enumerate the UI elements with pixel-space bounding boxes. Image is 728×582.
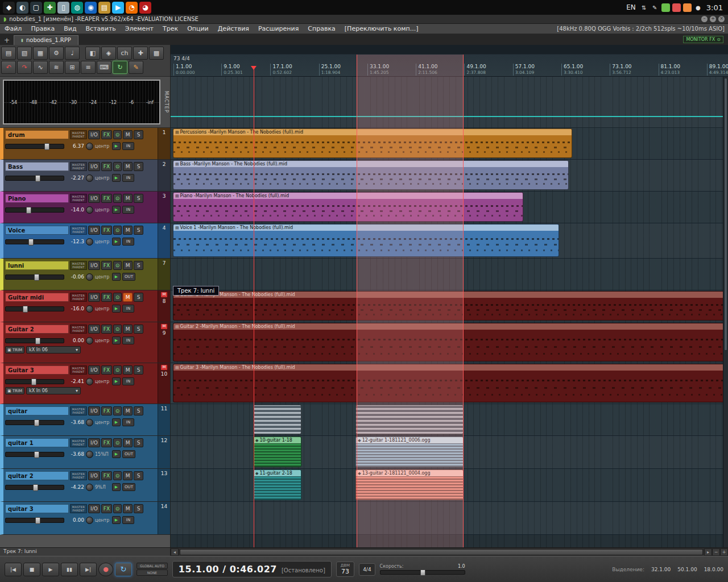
- record-arm-button[interactable]: ▶: [112, 273, 121, 281]
- fx-enable-button[interactable]: ⊙: [113, 162, 122, 171]
- record-arm-button[interactable]: ▶: [112, 305, 121, 313]
- track-name[interactable]: quitar 2: [5, 471, 69, 480]
- time-selection[interactable]: [357, 55, 464, 547]
- fx-enable-button[interactable]: ⊙: [113, 504, 122, 513]
- record-arm-button[interactable]: ▶: [112, 174, 121, 182]
- mute-button[interactable]: M: [123, 162, 133, 171]
- transport-position[interactable]: 15.1.00 / 0:46.027 [Остановлено]: [172, 561, 332, 577]
- virtual-midi-keyboard-button[interactable]: ⌨: [97, 61, 111, 74]
- global-automation-button[interactable]: GLOBAL AUTO NONE: [136, 563, 168, 576]
- horizontal-scrollbar[interactable]: ◂ ▸ − +: [171, 548, 728, 556]
- mute-button[interactable]: M: [123, 365, 133, 375]
- grid-settings-button[interactable]: ⊞: [65, 61, 80, 74]
- fx-button[interactable]: FX: [101, 293, 112, 302]
- menu-item[interactable]: Справка: [303, 24, 340, 33]
- tv-app-icon[interactable]: ▢: [30, 2, 42, 14]
- menu-item[interactable]: Опции: [183, 24, 213, 33]
- solo-button[interactable]: S: [134, 438, 143, 447]
- volume-fader-handle[interactable]: [31, 379, 36, 385]
- project-tab[interactable]: ▮ nobodies_1.RPP: [14, 35, 78, 45]
- volume-fader-handle[interactable]: [23, 306, 28, 313]
- go-to-end-button[interactable]: ▶|: [80, 563, 97, 576]
- crossfade-toggle-button[interactable]: ✚: [133, 47, 148, 60]
- volume-fader[interactable]: [5, 485, 64, 490]
- trim-envelope-button[interactable]: ▣ TRIM: [5, 387, 24, 394]
- master-parent-send-button[interactable]: MASTERPARENT: [70, 504, 87, 513]
- solo-button[interactable]: S: [134, 325, 143, 334]
- database-app-icon[interactable]: ◍: [71, 2, 83, 14]
- monitor-button[interactable]: OUT: [122, 483, 135, 491]
- master-parent-send-button[interactable]: MASTERPARENT: [70, 162, 87, 171]
- mute-button[interactable]: M: [123, 438, 133, 447]
- mute-button[interactable]: M: [123, 406, 133, 415]
- track-number[interactable]: 8: [163, 298, 166, 304]
- monitor-button[interactable]: IN: [122, 305, 134, 313]
- track-name[interactable]: quitar: [5, 406, 69, 415]
- monitor-button[interactable]: IN: [122, 206, 134, 214]
- track-name[interactable]: Guitar 3: [5, 365, 69, 375]
- media-item[interactable]: ◆11-guitar 2-18: [253, 469, 301, 500]
- solo-button[interactable]: S: [134, 194, 143, 203]
- selection-start[interactable]: 32.1.00: [651, 567, 671, 572]
- fx-button[interactable]: FX: [101, 162, 112, 171]
- io-button[interactable]: I/O: [88, 325, 100, 334]
- menu-item[interactable]: [Переключить комп...]: [340, 24, 423, 33]
- track-name[interactable]: quitar 3: [5, 504, 69, 513]
- arrange-view[interactable]: 73 4/4 1.1.000:00.0009.1.000:25.30117.1.…: [171, 45, 728, 547]
- volume-fader[interactable]: [5, 176, 64, 181]
- fx-button[interactable]: FX: [101, 226, 112, 235]
- mute-button[interactable]: M: [123, 261, 133, 270]
- fx-enable-button[interactable]: ⊙: [113, 438, 122, 447]
- redo-button[interactable]: ↷: [17, 61, 32, 74]
- telegram-app-icon[interactable]: ▶: [112, 2, 124, 14]
- fx-enable-button[interactable]: ⊙: [113, 406, 122, 415]
- menu-item[interactable]: Правка: [26, 24, 59, 33]
- solo-button[interactable]: S: [134, 504, 143, 513]
- monitor-button[interactable]: IN: [122, 238, 134, 246]
- status-green-icon[interactable]: [661, 3, 670, 12]
- master-parent-send-button[interactable]: MASTERPARENT: [70, 261, 87, 270]
- pan-knob[interactable]: [86, 378, 93, 385]
- repeat-button[interactable]: ↻: [115, 563, 132, 576]
- save-project-button[interactable]: ▦: [33, 47, 48, 60]
- docker-toggle-button[interactable]: ◧: [85, 47, 100, 60]
- menu-item[interactable]: Элемент: [121, 24, 158, 33]
- fx-button[interactable]: FX: [101, 365, 112, 375]
- envelope-visibility-button[interactable]: ∿: [33, 61, 48, 74]
- mute-button[interactable]: M: [123, 504, 133, 513]
- maximize-button[interactable]: +: [710, 16, 716, 22]
- tool-icon[interactable]: ✎: [651, 3, 659, 12]
- track-name[interactable]: Voice: [5, 226, 69, 235]
- solo-button[interactable]: S: [134, 261, 143, 270]
- record-arm-button[interactable]: ▶: [112, 516, 121, 524]
- track-name[interactable]: Guitar midi: [5, 293, 69, 302]
- volume-fader[interactable]: [5, 239, 64, 244]
- media-explorer-button[interactable]: ≋: [49, 61, 64, 74]
- input-select[interactable]: kX In 06▾: [26, 346, 81, 354]
- draw-mode-button[interactable]: ✎: [129, 61, 143, 74]
- solo-button[interactable]: S: [134, 162, 143, 171]
- volume-fader-handle[interactable]: [28, 239, 34, 246]
- track-number[interactable]: 3: [163, 193, 166, 199]
- playrate-slider-handle[interactable]: [420, 569, 425, 576]
- project-settings-button[interactable]: ⚙: [49, 47, 64, 60]
- pan-knob[interactable]: [86, 305, 93, 313]
- theme-colors-button[interactable]: ▩: [149, 47, 164, 60]
- bpm-value[interactable]: 73: [341, 568, 350, 575]
- volume-fader[interactable]: [5, 338, 64, 343]
- media-item[interactable]: ▤Piano -Marilyn Manson - The Nobodies (f…: [173, 192, 523, 222]
- volume-fader[interactable]: [5, 306, 64, 311]
- trim-envelope-button[interactable]: ▣ TRIM: [5, 346, 24, 354]
- zoom-in-button[interactable]: +: [720, 548, 728, 556]
- record-arm-button[interactable]: ▶: [112, 336, 121, 344]
- volume-fader[interactable]: [5, 420, 64, 425]
- fx-enable-button[interactable]: ⊙: [113, 325, 122, 334]
- track-number[interactable]: 9: [163, 330, 166, 336]
- volume-fader[interactable]: [5, 518, 64, 523]
- fx-enable-button[interactable]: ⊙: [113, 261, 122, 270]
- horizontal-scrollbar-thumb[interactable]: [180, 549, 703, 555]
- app-menu-icon[interactable]: ◆: [3, 2, 15, 14]
- monitor-button[interactable]: IN: [122, 418, 134, 426]
- volume-fader-handle[interactable]: [26, 207, 31, 214]
- pan-knob[interactable]: [86, 419, 93, 426]
